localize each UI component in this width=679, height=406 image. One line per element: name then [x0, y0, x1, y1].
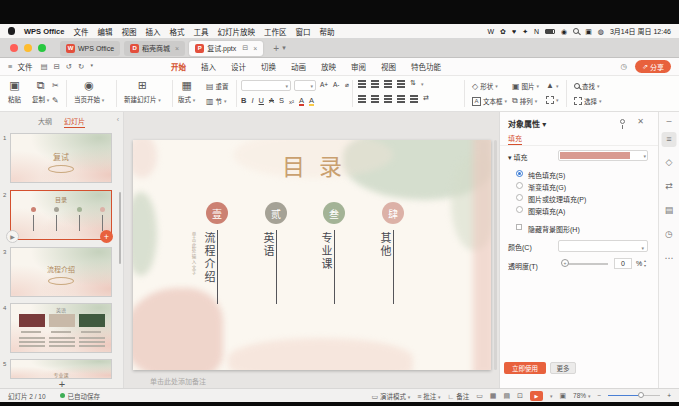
- text-direction-icon[interactable]: ⇄: [423, 94, 429, 102]
- new-tab-button[interactable]: +: [273, 43, 279, 54]
- menu-format[interactable]: 格式: [169, 26, 184, 37]
- fill-color-mini-button[interactable]: ▲▾: [546, 81, 558, 90]
- preview-icon[interactable]: ◉: [561, 28, 567, 35]
- play-slideshow-button[interactable]: ▶: [530, 391, 543, 401]
- item-label-1[interactable]: 流程介绍: [201, 232, 217, 284]
- cut-button[interactable]: ✂: [52, 81, 59, 90]
- bold-button[interactable]: B: [241, 96, 246, 105]
- copy-button[interactable]: ⧉复制 ▾: [32, 79, 49, 104]
- reset-slide-button[interactable]: ▤重置: [206, 81, 229, 91]
- slide-title[interactable]: 目录: [133, 148, 491, 182]
- decrease-indent-icon[interactable]: [384, 80, 392, 82]
- new-slide-button[interactable]: ⊞新建幻灯片 ▾: [124, 79, 161, 104]
- fill-swatch-dropdown[interactable]: ▾: [558, 150, 648, 161]
- item-circle-4[interactable]: 肆: [382, 202, 404, 224]
- textbox-button[interactable]: A文本框▾: [472, 96, 507, 106]
- minimize-window-button[interactable]: [24, 44, 32, 52]
- palette-icon[interactable]: ✿: [500, 28, 506, 35]
- tab-document[interactable]: P 复试.pptx ⊟ ×: [189, 41, 263, 56]
- fill-section-header[interactable]: ▾ 填充: [508, 152, 527, 162]
- transparency-value[interactable]: 0: [614, 258, 632, 269]
- close-panel-icon[interactable]: ✕: [637, 117, 644, 126]
- underline-button[interactable]: U: [259, 96, 264, 105]
- history-pane-icon[interactable]: ◷: [665, 230, 673, 239]
- undo-icon[interactable]: ↺: [66, 62, 72, 71]
- close-tab-icon[interactable]: ×: [175, 45, 179, 52]
- notes-button[interactable]: ∟ 备注: [448, 391, 470, 401]
- panel-tab-fill[interactable]: 填充: [508, 133, 522, 145]
- slide-sorter-view-icon[interactable]: ▦: [490, 392, 497, 400]
- canvas-scrollbar[interactable]: [494, 140, 497, 370]
- font-family-select[interactable]: ▾: [241, 80, 291, 91]
- heart-icon[interactable]: ♥: [512, 28, 516, 35]
- tab-outline[interactable]: 大纲: [38, 116, 52, 128]
- toggle-icon[interactable]: ▣: [585, 28, 592, 35]
- shadow-button[interactable]: S: [279, 96, 284, 105]
- zoom-level[interactable]: 78% ▾: [573, 392, 590, 399]
- menu-tools[interactable]: 工具: [193, 26, 208, 37]
- close-window-button[interactable]: [10, 44, 18, 52]
- menu-workspace[interactable]: 工作区: [264, 26, 287, 37]
- justify-icon[interactable]: [397, 95, 405, 97]
- item-circle-2[interactable]: 贰: [265, 202, 287, 224]
- picture-button[interactable]: ▣图片▾: [512, 81, 539, 91]
- radio-gradient-fill[interactable]: [516, 182, 523, 189]
- increase-indent-icon[interactable]: [397, 80, 405, 82]
- bullet-list-icon[interactable]: [358, 80, 366, 82]
- file-menu-button[interactable]: 文件: [17, 61, 32, 72]
- history-icon[interactable]: ◷: [621, 62, 628, 71]
- item-circle-3[interactable]: 叁: [323, 202, 345, 224]
- menu-app[interactable]: WPS Office: [24, 27, 64, 36]
- slide-thumbnail-2[interactable]: 目录: [10, 190, 112, 240]
- shapes-button[interactable]: ◇形状▾: [472, 81, 498, 91]
- redo-icon[interactable]: ↻: [78, 62, 84, 71]
- panel-title[interactable]: 对象属性 ▾: [508, 118, 546, 129]
- align-left-icon[interactable]: [358, 95, 366, 97]
- item-label-2[interactable]: 英语: [260, 232, 276, 258]
- strip-scroll-icon[interactable]: –: [666, 117, 671, 126]
- thumbnail-scrollbar[interactable]: [119, 192, 121, 264]
- item-circle-1[interactable]: 壹: [206, 202, 228, 224]
- input-method-icon[interactable]: ◍: [598, 28, 604, 35]
- collapse-panel-icon[interactable]: ‹: [117, 116, 119, 123]
- radio-label[interactable]: 渐变填充(G): [528, 182, 566, 192]
- highlight-color-button[interactable]: A: [309, 96, 314, 105]
- split-view-icon[interactable]: ⊟: [242, 44, 248, 52]
- menu-help[interactable]: 帮助: [319, 26, 334, 37]
- checkbox-label[interactable]: 隐藏背景图形(H): [528, 224, 580, 234]
- save-icon[interactable]: ▤: [40, 62, 47, 71]
- paste-button[interactable]: ▣粘贴: [8, 79, 21, 104]
- tab-slides[interactable]: 幻灯片: [64, 116, 85, 128]
- slide-thumbnail-4[interactable]: 英语: [10, 303, 112, 353]
- more-button[interactable]: 更多: [550, 362, 576, 374]
- menu-file[interactable]: 文件: [73, 26, 88, 37]
- wps-status-icon[interactable]: W: [487, 28, 494, 35]
- slide-thumbnail-3[interactable]: 流程介绍: [10, 247, 112, 297]
- zoom-in-button[interactable]: +: [667, 392, 671, 399]
- tab-wps-home[interactable]: W WPS Office: [60, 41, 120, 56]
- radio-solid-fill[interactable]: [516, 170, 523, 177]
- ribbon-tab-animation[interactable]: 动画: [291, 61, 306, 72]
- radio-pattern-fill[interactable]: [516, 206, 523, 213]
- font-color-button[interactable]: A: [299, 96, 304, 105]
- close-tab-icon[interactable]: ×: [253, 45, 257, 52]
- line-spacing-icon[interactable]: ⇅: [410, 79, 416, 87]
- italic-button[interactable]: I: [251, 96, 253, 105]
- menubar-clock[interactable]: 3月14日 周日 12:46: [610, 26, 671, 36]
- hide-background-checkbox[interactable]: [516, 224, 522, 230]
- outline-mini-button[interactable]: ▾: [546, 96, 559, 104]
- find-button[interactable]: 查找▾: [574, 81, 600, 91]
- ribbon-tab-review[interactable]: 审阅: [351, 61, 366, 72]
- normal-view-icon[interactable]: ▭: [476, 392, 483, 400]
- zoom-out-button[interactable]: −: [597, 392, 601, 399]
- radio-label[interactable]: 图案填充(A): [528, 206, 565, 216]
- more-panes-icon[interactable]: ⋯: [665, 254, 674, 263]
- transparency-spinner[interactable]: ▴▾: [644, 258, 646, 268]
- item-label-4[interactable]: 其他: [377, 232, 393, 258]
- ribbon-tab-view[interactable]: 视图: [381, 61, 396, 72]
- effects-icon[interactable]: ◇: [666, 158, 673, 167]
- align-right-icon[interactable]: [384, 95, 392, 97]
- menu-edit[interactable]: 编辑: [97, 26, 112, 37]
- font-size-select[interactable]: ▾: [294, 80, 316, 91]
- animation-pane-icon[interactable]: ⇄: [665, 182, 673, 191]
